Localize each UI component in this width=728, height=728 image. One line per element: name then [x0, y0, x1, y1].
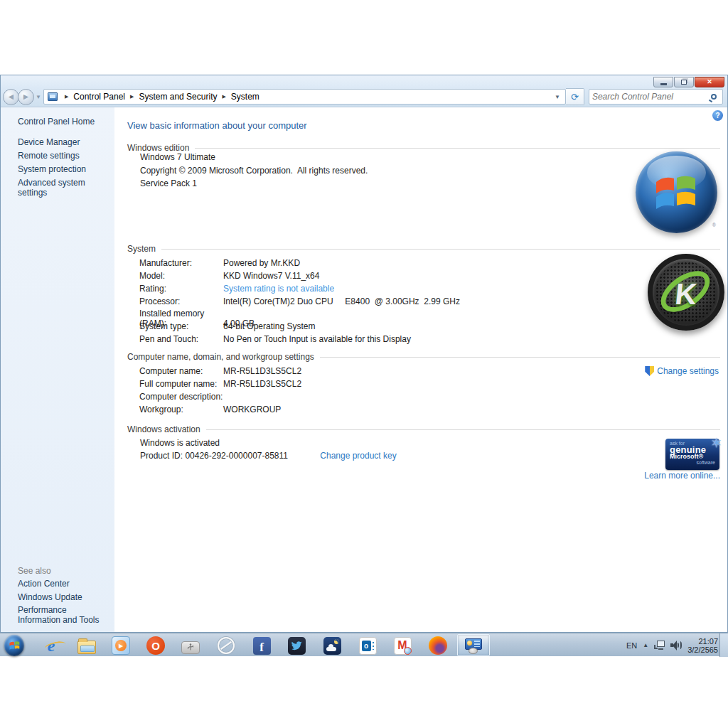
- back-button[interactable]: ◄: [3, 89, 19, 105]
- windows-start-icon: [4, 635, 24, 656]
- sidebar-item-advanced-system-settings[interactable]: Advanced system settings: [18, 178, 110, 198]
- label-pen-touch: Pen and Touch:: [139, 334, 223, 344]
- learn-more-online-link[interactable]: Learn more online...: [644, 471, 720, 481]
- change-product-key-link[interactable]: Change product key: [320, 451, 396, 461]
- search-box[interactable]: [589, 89, 723, 105]
- folder-icon: [77, 641, 96, 654]
- rating-link[interactable]: System rating is not available: [223, 284, 334, 294]
- see-also-header: See also: [18, 566, 51, 576]
- usb-drive-button[interactable]: [181, 636, 200, 655]
- breadcrumb[interactable]: ▶ Control Panel ▶ System and Security ▶ …: [43, 89, 566, 105]
- weather-app-button[interactable]: [322, 636, 342, 655]
- breadcrumb-system-security[interactable]: System and Security: [139, 92, 217, 102]
- outlook-icon: o: [359, 637, 377, 655]
- chevron-right-icon: ▶: [65, 94, 68, 100]
- label-model: Model:: [139, 271, 223, 281]
- genuine-microsoft-badge[interactable]: ask for genuine Microsoft® software ✶: [665, 439, 719, 470]
- window-chrome: ✕ ◄ ► ▼ ▶ Control Panel ▶ System and Sec…: [1, 75, 727, 107]
- breadcrumb-control-panel[interactable]: Control Panel: [73, 92, 125, 102]
- language-indicator[interactable]: EN: [626, 641, 637, 650]
- section-divider: [320, 357, 720, 358]
- kkd-manufacturer-logo: K: [648, 254, 724, 331]
- value-full-computer-name: MR-R5L1D3LS5CL2: [223, 379, 301, 389]
- badge-software: software: [670, 460, 715, 466]
- minimize-button[interactable]: [653, 77, 673, 87]
- taskbar: e ▶ O f o M EN ▲: [0, 633, 728, 656]
- section-windows-edition: Windows edition: [127, 143, 720, 153]
- label-rating: Rating:: [139, 284, 223, 294]
- sidebar-item-control-panel-home[interactable]: Control Panel Home: [18, 117, 110, 127]
- volume-icon[interactable]: [670, 641, 682, 650]
- taskbar-active-control-panel[interactable]: [457, 634, 490, 656]
- help-icon[interactable]: ?: [712, 110, 723, 121]
- close-button[interactable]: ✕: [695, 77, 724, 87]
- chevron-right-icon: ▶: [130, 94, 134, 100]
- start-button[interactable]: [4, 636, 24, 655]
- sidebar-item-performance-info[interactable]: Performance Information and Tools: [18, 605, 110, 625]
- system-icon: [48, 92, 58, 101]
- section-computer-name: Computer name, domain, and workgroup set…: [127, 352, 720, 362]
- facebook-button[interactable]: f: [252, 636, 272, 655]
- tray-time: 21:07: [687, 637, 718, 646]
- hidden-icons-chevron-icon[interactable]: ▲: [643, 642, 648, 648]
- system-tray: EN ▲ 21:07 3/2/2565: [626, 633, 718, 657]
- product-id-value: 00426-292-0000007-85811: [185, 451, 288, 461]
- gmail-icon: M: [394, 637, 412, 655]
- sidebar-item-remote-settings[interactable]: Remote settings: [18, 151, 110, 161]
- sidebar-item-action-center[interactable]: Action Center: [18, 579, 110, 589]
- label-workgroup: Workgroup:: [139, 405, 223, 414]
- value-system-type: 64-bit Operating System: [223, 321, 315, 331]
- section-header: Windows edition: [127, 143, 189, 153]
- twitter-bird-icon: [288, 637, 306, 655]
- windows-explorer-button[interactable]: [77, 636, 97, 655]
- value-processor: Intel(R) Core(TM)2 Duo CPU E8400 @ 3.00G…: [223, 296, 460, 306]
- value-computer-name: MR-R5L1D3LS5CL2: [223, 366, 301, 376]
- sidebar-item-device-manager[interactable]: Device Manager: [18, 137, 110, 147]
- section-header: Windows activation: [127, 424, 200, 434]
- firefox-icon: [429, 636, 447, 655]
- twitter-button[interactable]: [287, 636, 306, 655]
- breadcrumb-system[interactable]: System: [231, 92, 259, 102]
- outlook-button[interactable]: o: [358, 636, 378, 655]
- section-divider: [161, 249, 720, 250]
- refresh-button[interactable]: ⟳: [566, 88, 584, 105]
- system-window: ✕ ◄ ► ▼ ▶ Control Panel ▶ System and Sec…: [0, 75, 728, 633]
- firefox-button[interactable]: [428, 636, 448, 655]
- edition-service-pack: Service Pack 1: [140, 178, 197, 188]
- sidebar-item-system-protection[interactable]: System protection: [18, 164, 110, 174]
- clock[interactable]: 21:07 3/2/2565: [687, 637, 718, 654]
- sidebar: Control Panel Home Device Manager Remote…: [1, 107, 114, 632]
- search-icon[interactable]: [711, 94, 717, 100]
- gmail-button[interactable]: M: [392, 636, 412, 655]
- window-body: Control Panel Home Device Manager Remote…: [1, 107, 727, 632]
- circle-slash-app-button[interactable]: [216, 636, 236, 655]
- nav-history-chevron-icon[interactable]: ▼: [36, 94, 41, 100]
- edition-name: Windows 7 Ultimate: [140, 152, 215, 162]
- facebook-icon: f: [253, 637, 271, 655]
- sidebar-item-windows-update[interactable]: Windows Update: [18, 592, 110, 602]
- label-manufacturer: Manufacturer:: [139, 258, 223, 268]
- breadcrumb-dropdown-icon[interactable]: ▼: [551, 94, 564, 100]
- section-header: System: [127, 244, 156, 254]
- value-pen-touch: No Pen or Touch Input is available for t…: [223, 334, 411, 344]
- media-player-button[interactable]: ▶: [111, 636, 131, 655]
- address-bar: ◄ ► ▼ ▶ Control Panel ▶ System and Secur…: [1, 87, 727, 107]
- tray-date: 3/2/2565: [687, 646, 718, 654]
- registered-mark: ®: [712, 223, 716, 228]
- label-full-computer-name: Full computer name:: [139, 379, 223, 389]
- office-icon: O: [146, 636, 165, 655]
- internet-explorer-icon: e: [48, 636, 55, 655]
- internet-explorer-button[interactable]: e: [41, 636, 61, 655]
- label-computer-description: Computer description:: [139, 392, 223, 402]
- forward-button[interactable]: ►: [18, 89, 34, 105]
- office-button[interactable]: O: [146, 636, 166, 655]
- restore-button[interactable]: [674, 77, 694, 87]
- control-panel-icon: [465, 638, 482, 653]
- show-desktop-button[interactable]: [719, 633, 728, 657]
- desktop: ✕ ◄ ► ▼ ▶ Control Panel ▶ System and Sec…: [0, 0, 728, 728]
- network-icon[interactable]: [654, 641, 665, 650]
- activation-status: Windows is activated: [140, 438, 220, 448]
- windows-logo: ®: [636, 151, 717, 233]
- value-model: KKD Windows7 V.11_x64: [223, 271, 319, 281]
- search-input[interactable]: [592, 92, 711, 102]
